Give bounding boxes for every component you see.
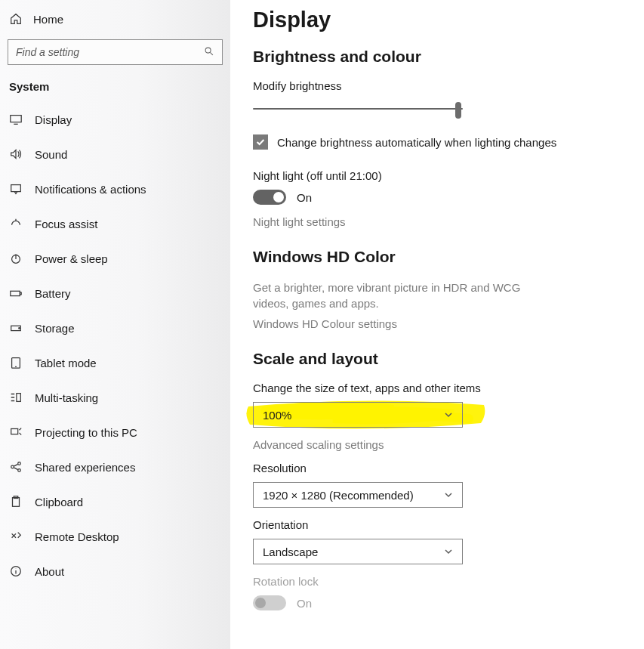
sidebar-item-label: Tablet mode [35,357,97,369]
storage-icon [9,321,23,335]
chevron-down-icon [444,545,453,558]
auto-brightness-label: Change brightness automatically when lig… [277,136,556,149]
slider-track [253,108,463,110]
projecting-icon [9,425,23,439]
svg-point-12 [18,462,21,465]
orientation-label: Orientation [253,518,626,531]
sidebar-item-sound[interactable]: Sound [0,137,230,172]
slider-thumb[interactable] [455,102,461,119]
night-light-state: On [297,191,312,204]
scale-dropdown[interactable]: 100% [253,402,463,428]
rotation-lock-toggle [253,595,286,610]
search-icon [204,46,214,59]
settings-main: Display Brightness and colour Modify bri… [230,0,644,649]
page-title: Display [253,8,626,32]
settings-sidebar: Home Find a setting System Display Sound… [0,0,230,649]
resolution-dropdown[interactable]: 1920 × 1280 (Recommended) [253,482,463,508]
section-hdcolor-heading: Windows HD Color [253,248,626,266]
sidebar-item-power-sleep[interactable]: Power & sleep [0,241,230,276]
sidebar-item-shared-experiences[interactable]: Shared experiences [0,450,230,484]
sidebar-item-about[interactable]: About [0,554,230,589]
sidebar-item-projecting[interactable]: Projecting to this PC [0,415,230,450]
scale-dropdown-value: 100% [263,409,291,422]
sound-icon [9,147,23,161]
sidebar-item-label: Power & sleep [35,252,108,265]
svg-rect-14 [13,498,20,507]
rotation-lock-label: Rotation lock [253,575,626,588]
clipboard-icon [9,495,23,508]
svg-rect-2 [11,185,21,192]
night-light-label: Night light (off until 21:00) [253,169,626,182]
nav-home[interactable]: Home [0,5,230,33]
shared-icon [9,460,23,474]
chevron-down-icon [444,409,453,422]
section-brightness-heading: Brightness and colour [253,48,626,66]
search-placeholder: Find a setting [16,46,79,58]
sidebar-item-label: Notifications & actions [35,183,146,196]
svg-rect-1 [11,116,21,122]
sidebar-item-label: Storage [35,322,75,335]
sidebar-item-display[interactable]: Display [0,102,230,137]
auto-brightness-checkbox[interactable] [253,134,268,150]
sidebar-item-storage[interactable]: Storage [0,311,230,345]
sidebar-item-tablet-mode[interactable]: Tablet mode [0,345,230,380]
night-light-toggle[interactable] [253,190,286,205]
sidebar-nav: Display Sound Notifications & actions Fo… [0,102,230,589]
sidebar-item-clipboard[interactable]: Clipboard [0,484,230,519]
night-light-settings-link[interactable]: Night light settings [253,215,626,228]
advanced-scaling-link[interactable]: Advanced scaling settings [253,438,626,451]
nav-home-label: Home [33,13,63,26]
sidebar-item-label: Clipboard [35,496,83,508]
sidebar-item-label: Remote Desktop [35,530,119,543]
sidebar-item-multitasking[interactable]: Multi-tasking [0,380,230,415]
modify-brightness-label: Modify brightness [253,79,626,92]
resolution-label: Resolution [253,462,626,474]
sidebar-item-battery[interactable]: Battery [0,276,230,311]
chevron-down-icon [444,489,453,502]
multitasking-icon [9,391,23,404]
display-icon [9,113,23,126]
power-icon [9,252,23,265]
resolution-value: 1920 × 1280 (Recommended) [263,489,414,502]
notifications-icon [9,182,23,196]
section-scale-heading: Scale and layout [253,350,626,368]
svg-rect-5 [20,292,21,295]
svg-point-11 [11,465,14,468]
sidebar-item-label: Multi-tasking [35,391,98,404]
sidebar-item-label: Focus assist [35,218,97,230]
brightness-slider[interactable] [253,100,463,118]
orientation-value: Landscape [263,545,318,558]
remote-desktop-icon [9,530,23,543]
rotation-lock-state: On [297,597,312,610]
sidebar-item-label: Projecting to this PC [35,426,137,439]
sidebar-item-label: Sound [35,148,67,161]
svg-rect-10 [11,429,18,434]
svg-point-7 [19,328,20,329]
sidebar-item-remote-desktop[interactable]: Remote Desktop [0,519,230,554]
svg-point-13 [18,469,21,472]
svg-rect-4 [11,291,20,295]
svg-point-0 [205,48,211,53]
sidebar-item-label: About [35,565,64,578]
home-icon [9,12,23,26]
svg-rect-9 [17,394,20,402]
sidebar-item-label: Display [35,113,72,126]
focus-assist-icon [9,217,23,230]
sidebar-item-notifications[interactable]: Notifications & actions [0,172,230,206]
about-icon [9,564,23,578]
hdcolor-desc: Get a brighter, more vibrant picture in … [253,280,555,311]
hdcolor-settings-link[interactable]: Windows HD Colour settings [253,317,626,330]
sidebar-item-label: Battery [35,287,71,300]
search-input[interactable]: Find a setting [8,39,223,65]
tablet-icon [9,356,23,369]
battery-icon [9,286,23,300]
sidebar-item-focus-assist[interactable]: Focus assist [0,206,230,241]
sidebar-group-title: System [0,77,230,102]
sidebar-item-label: Shared experiences [35,461,135,474]
orientation-dropdown[interactable]: Landscape [253,539,463,564]
